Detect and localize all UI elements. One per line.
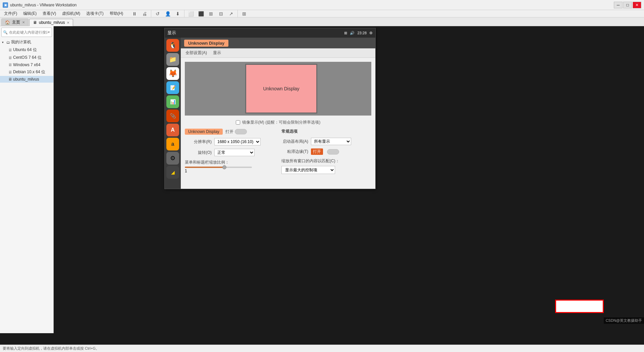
ubuntu-logo-icon[interactable]: 🐧 bbox=[166, 39, 179, 52]
resolution-row: 分辨率(R) 1680 x 1050 (16:10) bbox=[185, 138, 275, 145]
settings-icon[interactable]: ⚙ bbox=[166, 152, 179, 165]
ubuntu-topbar-right: ⊞ 🔊 23:28 ⚙ bbox=[344, 31, 373, 35]
menu-edit[interactable]: 编辑(E) bbox=[20, 10, 39, 17]
resolution-dropdown[interactable]: 1680 x 1050 (16:10) bbox=[214, 138, 261, 145]
toolbar-btn4[interactable]: 👤 bbox=[163, 9, 172, 18]
files-icon[interactable]: 📁 bbox=[166, 53, 179, 66]
controls-right: 常规选项 启动器布局(A) 所有显示 bbox=[281, 129, 371, 177]
scale-slider-track[interactable] bbox=[185, 167, 252, 168]
tab-home-close[interactable]: ✕ bbox=[22, 20, 25, 24]
impress-icon[interactable]: 📎 bbox=[166, 109, 179, 122]
status-text: 要将输入定向到虚拟机，请在虚拟机内部单击或按 Ctrl+G。 bbox=[3, 346, 99, 351]
scale-label: 菜单和标题栏缩放比例： bbox=[185, 160, 275, 165]
watermark-text: CSDN@英文教摄助手 bbox=[604, 317, 644, 324]
display-name-badge: Unknown Display bbox=[185, 129, 223, 135]
search-input[interactable] bbox=[9, 30, 47, 34]
sidebar-item-windows[interactable]: 🖥 Windows 7 x64 bbox=[0, 61, 53, 68]
tree-root-label: 我的计算机 bbox=[11, 39, 31, 45]
tab-home[interactable]: 🏠 主页 ✕ bbox=[1, 18, 29, 26]
toolbar-btn11[interactable]: ⊞ bbox=[239, 9, 249, 18]
menu-vm[interactable]: 虚拟机(M) bbox=[59, 10, 83, 17]
mirror-checkbox[interactable] bbox=[236, 120, 240, 125]
menu-help[interactable]: 帮助(H) bbox=[107, 10, 126, 17]
ubuntu-app-sidebar: 🐧 📁 🦊 📝 📊 📎 A a ⚙ ◢ bbox=[165, 38, 181, 189]
launcher-dropdown[interactable]: 所有显示 bbox=[311, 138, 351, 145]
toggle-switch[interactable] bbox=[235, 129, 247, 134]
writer-icon[interactable]: 📝 bbox=[166, 81, 179, 94]
display-name-row: Unknown Display 打开 bbox=[185, 129, 275, 135]
sticky-toggle-switch[interactable] bbox=[327, 149, 339, 155]
window-controls: ─ □ ✕ bbox=[614, 2, 641, 8]
tab-vm[interactable]: 🖥 ubuntu_milvus ✕ bbox=[29, 19, 73, 26]
search-dropdown-icon[interactable]: ▼ bbox=[47, 31, 50, 34]
fullscreen-button[interactable]: ⬜ bbox=[186, 9, 196, 18]
sidebar-debian-label: Debian 10.x 64 位 bbox=[13, 69, 45, 75]
mirror-label: 镜像显示(M) (提醒：可能会限制分辨率选项) bbox=[242, 120, 320, 125]
sticky-edge-row: 粘滞边缘(T) 打开 bbox=[281, 148, 371, 155]
monitor-preview: Unknown Display bbox=[185, 62, 371, 116]
settings-gear-icon: ⚙ bbox=[369, 31, 373, 35]
rotation-label: 旋转(O) bbox=[185, 150, 212, 156]
app-icon: ▣ bbox=[3, 2, 8, 8]
close-button[interactable]: ✕ bbox=[633, 2, 641, 8]
menu-tab[interactable]: 选项卡(T) bbox=[84, 10, 106, 17]
launcher-label: 启动器布局(A) bbox=[281, 139, 308, 144]
red-annotation-box bbox=[555, 300, 604, 313]
vm-window: 显示 ⊞ 🔊 23:28 ⚙ 🐧 📁 🦊 📝 📊 � bbox=[164, 28, 376, 189]
dialog-active-tab[interactable]: Unknown Display bbox=[184, 40, 228, 47]
title-bar: ▣ ubuntu_milvus - VMware Workstation ─ □… bbox=[0, 0, 644, 10]
text-editor-icon[interactable]: A bbox=[166, 124, 179, 136]
toolbar-btn7[interactable]: ⬛ bbox=[196, 9, 206, 18]
toolbar-btn5[interactable]: ⬇ bbox=[173, 9, 182, 18]
dialog-nav: 全部设置(A) 显示 bbox=[181, 48, 375, 58]
scale-content-dropdown[interactable]: 显示最大的控制项 bbox=[281, 166, 335, 174]
sidebar-item-ubuntu[interactable]: 🖥 Ubuntu 64 位 bbox=[0, 46, 53, 54]
toolbar-separator-3 bbox=[237, 10, 238, 17]
sidebar-item-centos[interactable]: 🖥 CentOS 7 64 位 bbox=[0, 54, 53, 61]
scale-value: 1 bbox=[185, 169, 275, 173]
tree-root[interactable]: ▾ 🗂 我的计算机 bbox=[0, 38, 53, 46]
tabs-bar: 🏠 主页 ✕ 🖥 ubuntu_milvus ✕ bbox=[0, 17, 644, 26]
menu-file[interactable]: 文件(F) bbox=[1, 10, 20, 17]
sidebar-windows-label: Windows 7 x64 bbox=[13, 62, 40, 67]
menu-bar: 文件(F) 编辑(E) 查看(V) 虚拟机(M) 选项卡(T) 帮助(H) ⏸ … bbox=[0, 10, 644, 17]
toolbar-btn3[interactable]: ↺ bbox=[153, 9, 162, 18]
rotation-row: 旋转(O) 正常 bbox=[185, 149, 275, 156]
minimize-button[interactable]: ─ bbox=[614, 2, 623, 8]
sticky-edge-label: 粘滞边缘(T) bbox=[281, 149, 308, 155]
firefox-icon[interactable]: 🦊 bbox=[166, 67, 179, 80]
sticky-on-badge: 打开 bbox=[311, 148, 323, 155]
tree-expand-icon[interactable]: ▾ bbox=[2, 41, 5, 44]
amazon-icon[interactable]: a bbox=[166, 138, 179, 150]
sidebar-centos-label: CentOS 7 64 位 bbox=[13, 55, 42, 60]
scale-slider-thumb[interactable] bbox=[222, 165, 226, 169]
toolbar-btn8[interactable]: ⊞ bbox=[206, 9, 216, 18]
restore-button[interactable]: □ bbox=[623, 2, 632, 8]
pause-button[interactable]: ⏸ bbox=[130, 9, 139, 18]
home-tab-icon: 🏠 bbox=[5, 20, 10, 25]
general-options-label: 常规选项 bbox=[281, 129, 298, 134]
content-area: 显示 ⊞ 🔊 23:28 ⚙ 🐧 📁 🦊 📝 📊 � bbox=[54, 26, 644, 333]
vm-content: 🐧 📁 🦊 📝 📊 📎 A a ⚙ ◢ Unknown Display bbox=[165, 38, 375, 189]
volume-icon: 🔊 bbox=[350, 31, 355, 35]
controls-left: Unknown Display 打开 分辨率(R) bbox=[185, 129, 275, 177]
main-layout: 🔍 ▼ ▾ 🗂 我的计算机 🖥 Ubuntu 64 位 🖥 CentOS 7 6… bbox=[0, 26, 644, 333]
toggle-button[interactable]: 打开 bbox=[225, 129, 247, 135]
calc-icon[interactable]: 📊 bbox=[166, 95, 179, 108]
sidebar-item-debian[interactable]: 🖥 Debian 10.x 64 位 bbox=[0, 68, 53, 76]
menu-view[interactable]: 查看(V) bbox=[40, 10, 59, 17]
dialog-header: Unknown Display bbox=[181, 38, 375, 48]
display-settings-icon[interactable]: ◢ bbox=[166, 166, 179, 179]
rotation-dropdown[interactable]: 正常 bbox=[214, 149, 255, 156]
dialog-nav-all-settings[interactable]: 全部设置(A) bbox=[184, 49, 208, 56]
toolbar-btn10[interactable]: ↗ bbox=[226, 9, 236, 18]
tab-vm-close[interactable]: ✕ bbox=[67, 21, 69, 25]
toolbar-separator-1 bbox=[151, 10, 151, 17]
sidebar-item-milvus[interactable]: 🖥 ubuntu_milvus bbox=[0, 76, 53, 83]
scale-content-label: 缩放所有窗口的内容以匹配(C)： bbox=[281, 158, 371, 164]
toolbar-btn9[interactable]: ⊟ bbox=[216, 9, 226, 18]
dialog-nav-display[interactable]: 显示 bbox=[212, 49, 222, 56]
sidebar-milvus-label: ubuntu_milvus bbox=[13, 77, 39, 82]
toolbar-btn2[interactable]: 🖨 bbox=[140, 9, 149, 18]
sidebar-search-box[interactable]: 🔍 ▼ bbox=[1, 28, 52, 37]
